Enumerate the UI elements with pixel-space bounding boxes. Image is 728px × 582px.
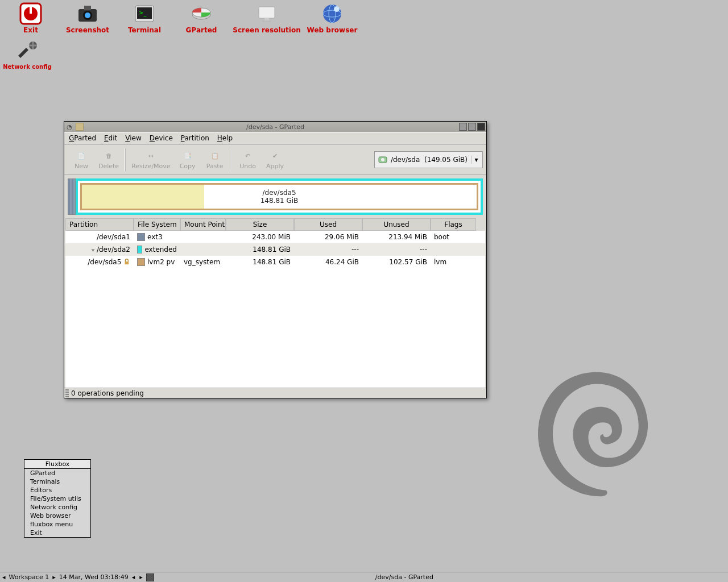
partition-table: Partition File System Mount Point Size U… (65, 218, 485, 388)
flags-value: boot (431, 233, 476, 241)
fluxbox-menu-item-gparted[interactable]: GParted (24, 469, 90, 477)
svg-rect-2 (30, 7, 32, 14)
menu-gparted[interactable]: GParted (69, 134, 96, 142)
fluxbox-menu-item-network-config[interactable]: Network config (24, 503, 90, 512)
toolbar-new[interactable]: 📄New (69, 146, 94, 173)
svg-rect-22 (125, 261, 129, 264)
desktop-icon-network-config[interactable]: Network config (2, 40, 52, 70)
desktop-icons-row1: Exit Screenshot >_ Terminal GParted Scre… (2, 2, 361, 34)
menubar: GParted Edit View Device Partition Help (64, 132, 486, 144)
maximize-button[interactable] (468, 123, 476, 131)
table-row[interactable]: /dev/sda1ext3243.00 MiB29.06 MiB213.94 M… (65, 231, 485, 243)
used-value: --- (294, 246, 362, 253)
col-size[interactable]: Size (226, 218, 294, 231)
desktop-icon-screen-resolution[interactable]: Screen resolution (230, 2, 304, 34)
expand-arrow-icon[interactable]: ▿ (88, 247, 94, 253)
unused-value: --- (362, 246, 431, 253)
fluxbox-menu-item-exit[interactable]: Exit (24, 529, 90, 537)
window-next[interactable]: ▸ (137, 573, 145, 581)
toolbar-undo[interactable]: ↶Undo (235, 146, 260, 173)
close-button[interactable] (477, 123, 485, 131)
fluxbox-menu: Fluxbox GParted Terminals Editors File/S… (24, 459, 91, 538)
desktop-icon-terminal[interactable]: >_ Terminal (116, 2, 173, 34)
flags-value: lvm (431, 258, 476, 266)
unused-value: 213.94 MiB (362, 233, 431, 241)
device-size: (149.05 GiB) (424, 156, 468, 164)
toolbar-copy[interactable]: 📑Copy (175, 146, 200, 173)
table-row[interactable]: ▿/dev/sda2extended148.81 GiB------ (65, 243, 485, 256)
desktop-icon-web-browser[interactable]: Web browser (304, 2, 361, 34)
chevron-down-icon[interactable]: ▾ (471, 156, 479, 164)
gparted-window: ◔ /dev/sda - GParted GParted Edit View D… (64, 121, 487, 398)
col-used[interactable]: Used (294, 218, 362, 231)
tray-icon[interactable] (146, 573, 154, 581)
power-icon (19, 2, 42, 25)
desktop-icon-exit[interactable]: Exit (2, 2, 59, 34)
taskbar: ◂ Workspace 1 ▸ 14 Mar, Wed 03:18:49 ◂ ▸… (0, 572, 728, 582)
toolbar-resize-move[interactable]: ↔Resize/Move (129, 146, 172, 173)
fs-color-swatch (137, 233, 145, 241)
menu-device[interactable]: Device (150, 134, 173, 142)
taskbar-active-window[interactable]: /dev/sda - GParted (371, 573, 438, 581)
desktop-icon-gparted[interactable]: GParted (173, 2, 230, 34)
fluxbox-menu-item-file-system-utils[interactable]: File/System utils (24, 494, 90, 503)
col-flags[interactable]: Flags (431, 218, 476, 231)
device-name: /dev/sda (391, 156, 420, 164)
window-prev[interactable]: ◂ (130, 573, 138, 581)
fluxbox-menu-item-fluxbox-menu[interactable]: fluxbox menu (24, 520, 90, 529)
file-new-icon: 📄 (75, 150, 88, 163)
menu-view[interactable]: View (125, 134, 141, 142)
desktop-icon-label: GParted (186, 26, 217, 34)
svg-point-21 (381, 158, 384, 161)
gparted-icon (190, 2, 213, 25)
window-app-icon: ◔ (65, 123, 73, 131)
col-mountpoint[interactable]: Mount Point (180, 218, 226, 231)
svg-text:>_: >_ (139, 10, 147, 16)
partition-box-sda5[interactable]: /dev/sda5 148.81 GiB (80, 183, 478, 210)
device-selector[interactable]: /dev/sda (149.05 GiB) ▾ (374, 151, 483, 168)
partition-handle-sda1[interactable] (68, 178, 76, 215)
svg-rect-14 (262, 20, 271, 22)
titlebar[interactable]: ◔ /dev/sda - GParted (64, 122, 486, 132)
toolbar-apply[interactable]: ✔Apply (263, 146, 288, 173)
toolbar-paste[interactable]: 📋Paste (202, 146, 228, 173)
partition-box-extended[interactable]: /dev/sda5 148.81 GiB (76, 178, 483, 215)
globe-icon (321, 2, 344, 25)
fs-name: extended (144, 246, 177, 253)
fluxbox-menu-title: Fluxbox (24, 460, 90, 469)
desktop-icon-screenshot[interactable]: Screenshot (59, 2, 116, 34)
desktop-icon-label: Screenshot (66, 26, 109, 34)
window-sticky-icon[interactable] (76, 123, 84, 131)
partition-name: /dev/sda1 (97, 233, 130, 241)
partition-name: /dev/sda2 (97, 246, 130, 253)
minimize-button[interactable] (459, 123, 467, 131)
toolbar-delete[interactable]: 🗑Delete (96, 146, 121, 173)
fluxbox-menu-item-editors[interactable]: Editors (24, 486, 90, 494)
used-value: 29.06 MiB (294, 233, 362, 241)
table-header: Partition File System Mount Point Size U… (65, 218, 485, 231)
partition-name: /dev/sda5 (88, 258, 121, 266)
fluxbox-menu-item-terminals[interactable]: Terminals (24, 477, 90, 486)
fs-color-swatch (137, 258, 145, 266)
partition-graphic-label: /dev/sda5 148.81 GiB (260, 189, 299, 205)
table-row[interactable]: /dev/sda5lvm2 pvvg_system148.81 GiB46.24… (65, 256, 485, 268)
menu-partition[interactable]: Partition (181, 134, 209, 142)
col-unused[interactable]: Unused (362, 218, 431, 231)
trash-icon: 🗑 (102, 150, 115, 163)
undo-icon: ↶ (242, 150, 254, 163)
copy-icon: 📑 (181, 150, 194, 163)
svg-point-18 (334, 6, 340, 12)
status-text: 0 operations pending (71, 389, 144, 397)
debian-logo (523, 360, 671, 508)
size-value: 243.00 MiB (226, 233, 294, 241)
col-partition[interactable]: Partition (65, 218, 134, 231)
workspace-label[interactable]: Workspace 1 (8, 573, 51, 581)
menu-edit[interactable]: Edit (104, 134, 117, 142)
desktop-icon-label: Network config (3, 64, 52, 70)
workspace-next[interactable]: ▸ (50, 573, 58, 581)
col-filesystem[interactable]: File System (134, 218, 180, 231)
desktop-icon-label: Exit (23, 26, 38, 34)
fluxbox-menu-item-web-browser[interactable]: Web browser (24, 512, 90, 520)
workspace-prev[interactable]: ◂ (0, 573, 8, 581)
menu-help[interactable]: Help (217, 134, 233, 142)
